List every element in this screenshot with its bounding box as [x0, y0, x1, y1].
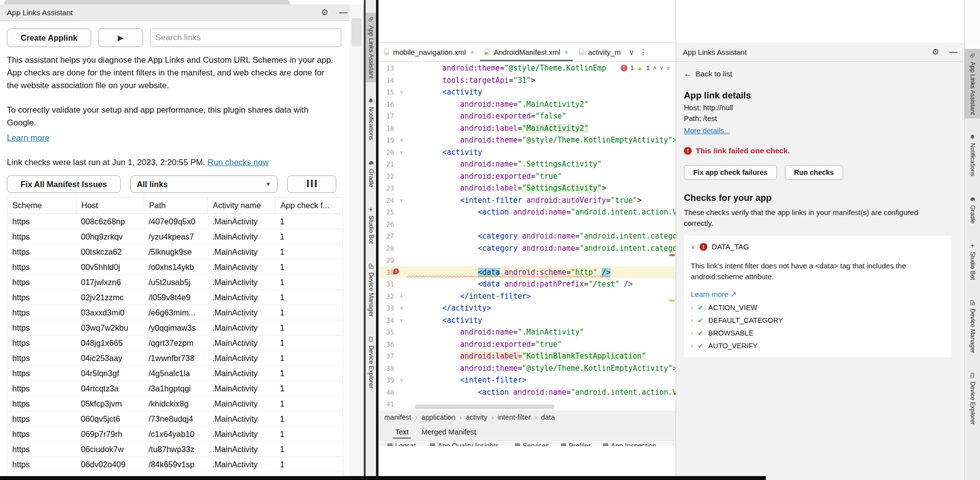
breadcrumb-item[interactable]: manifest	[384, 413, 411, 421]
table-row[interactable]: https069p7r79rh/c1x64yab10.MainActivity1	[7, 427, 343, 442]
tab-merged-manifest[interactable]: Merged Manifest	[422, 424, 477, 439]
learn-more-link[interactable]: Learn more ↗	[691, 290, 945, 299]
code-line[interactable]: 35 android:name=".MainActivity"	[378, 326, 676, 338]
table-row[interactable]: https05kfcp3jvm/khidckix8g.MainActivity1	[7, 396, 343, 411]
code-line[interactable]: 16 android:name=".MainActivity2"	[378, 98, 676, 111]
code-line[interactable]: 17 android:exported="false"	[378, 110, 676, 122]
run-checks-now-link[interactable]: Run checks now	[207, 158, 269, 167]
run-button[interactable]: ▶	[98, 28, 143, 47]
sidebar-item-studio-bot[interactable]: Studio Bot	[366, 203, 376, 248]
code-editor[interactable]: 13 android:theme="@style/Theme.KotlinEmp…	[378, 62, 676, 410]
learn-more-link[interactable]: Learn more	[7, 133, 50, 143]
left-panel-scrollbar[interactable]	[350, 4, 363, 476]
back-to-list-link[interactable]: ← Back to list	[684, 70, 955, 78]
code-line[interactable]: 29	[378, 254, 676, 266]
code-line[interactable]: 39∨ <intent-filter>	[378, 374, 676, 386]
sidebar-item-device-explorer[interactable]: Device Explorer	[965, 369, 980, 429]
breadcrumb-item[interactable]: data	[541, 413, 555, 421]
table-row[interactable]: https00v5hhld0j/o0xhs14ykb.MainActivity1	[7, 260, 343, 275]
links-table-header[interactable]: SchemeHostPathActivity nameApp check f..…	[7, 197, 343, 214]
fix-all-manifest-issues-button[interactable]: Fix All Manifest Issues	[7, 175, 121, 193]
error-balloon-icon[interactable]: !	[392, 268, 400, 276]
next-issue-icon[interactable]: ∨	[660, 65, 664, 71]
table-row[interactable]: https04ic253aay/1wwnfbr738.MainActivity1	[7, 351, 343, 366]
gear-icon[interactable]: ⚙	[321, 8, 328, 17]
close-icon[interactable]: ×	[470, 48, 474, 56]
code-line[interactable]: 24∨ <intent-filter android:autoVerify="t…	[378, 194, 676, 207]
docked-panel-titlebar[interactable]: App Links Assistant ⚙ —	[676, 43, 964, 62]
sidebar-item-app-links-assistant[interactable]: App Links Assistant	[366, 13, 376, 82]
table-row[interactable]: https02jv21zzmc/l059v8t4e9.MainActivity1	[7, 290, 343, 305]
code-line[interactable]: 27 <category android:name="android.inten…	[378, 230, 676, 242]
gear-icon[interactable]: ⚙	[932, 48, 939, 56]
warning-stripe-mark[interactable]	[669, 300, 675, 302]
code-line[interactable]: 32∧ </intent-filter>	[378, 290, 676, 303]
table-row[interactable]: https04rtcqtz3a/3a1hgptqgi.MainActivity1	[7, 381, 343, 396]
sidebar-item-device-explorer[interactable]: Device Explorer	[366, 333, 376, 392]
tool-window-button-profiler[interactable]: Profiler	[561, 442, 590, 446]
links-filter-dropdown[interactable]: All links ▼	[130, 175, 277, 193]
close-icon[interactable]: ×	[565, 48, 569, 56]
inspection-widget[interactable]: !1 ▲1 ∧ ∨ ≡	[619, 64, 672, 72]
breadcrumb-item[interactable]: intent-filter	[498, 413, 531, 421]
code-line[interactable]: 21 android:name=".SettingsActivity"	[378, 158, 676, 170]
horizontal-scrollbar[interactable]	[415, 405, 554, 409]
editor-area[interactable]: <>mobile_navigation.xml×MFAndroidManifes…	[378, 0, 676, 480]
floating-window-titlebar[interactable]: App Links Assistant ⚙ —	[0, 4, 363, 21]
more-details-link[interactable]: More details...	[684, 126, 730, 135]
table-row[interactable]: https03axxd3mi0/e6g63mim....MainActivity…	[7, 305, 343, 320]
sidebar-item-app-links-assistant[interactable]: App Links Assistant	[965, 49, 980, 119]
chevron-down-icon[interactable]: ∨	[691, 243, 695, 250]
table-row[interactable]: https04r5lqn3gf/4g5nalc1la.MainActivity1	[7, 366, 343, 381]
fix-app-check-failures-button[interactable]: Fix app check failures	[684, 165, 777, 180]
scrollbar-thumb[interactable]	[352, 18, 362, 47]
search-input[interactable]	[150, 28, 341, 47]
code-line[interactable]: 23 android:label="SettingsActivity">	[378, 182, 676, 194]
breadcrumb-item[interactable]: application	[422, 413, 455, 421]
tool-window-button-services[interactable]: Services	[515, 442, 549, 446]
code-line[interactable]: 25 <action android:name="android.intent.…	[378, 206, 676, 218]
passed-check-auto_verify[interactable]: ›✔AUTO_VERIFY	[691, 342, 945, 350]
code-line[interactable]: 19∧ android:theme="@style/Theme.KotlinEm…	[378, 134, 676, 146]
code-line[interactable]: 26	[378, 218, 676, 231]
code-line[interactable]: 36 android:exported="true"	[378, 338, 676, 351]
code-line[interactable]: 33∧ </activity>	[378, 302, 676, 314]
code-line[interactable]: 34∨ <activity	[378, 314, 676, 327]
run-checks-button[interactable]: Run checks	[785, 165, 843, 180]
chevron-down-icon[interactable]: ∨	[628, 48, 634, 57]
passed-check-action_view[interactable]: ›✔ACTION_VIEW	[691, 304, 945, 312]
code-line[interactable]: 30! <data android:scheme="http" />	[378, 266, 676, 279]
code-line[interactable]: 28 <category android:name="android.inten…	[378, 242, 676, 255]
tab-text[interactable]: Text	[395, 424, 409, 439]
code-line[interactable]: 37 android:label="KotlinBlankTestApplica…	[378, 350, 676, 362]
sidebar-item-notifications[interactable]: Notifications	[366, 94, 376, 144]
table-row[interactable]: https06dv02o409/84k659v1sp.MainActivity1	[7, 457, 343, 472]
sidebar-item-device-manager[interactable]: Device Manager	[965, 296, 980, 357]
code-line[interactable]: 22 android:exported="true"	[378, 170, 676, 183]
sidebar-item-device-manager[interactable]: Device Manager	[366, 260, 376, 321]
code-line[interactable]: 15∨ <activity	[378, 86, 676, 98]
editor-tab-activity_m[interactable]: <>activity_m	[574, 43, 626, 61]
table-row[interactable]: https060qv5jct6/73ne8udqj4.MainActivity1	[7, 411, 343, 427]
editor-tab-AndroidManifest-xml[interactable]: MFAndroidManifest.xml×	[479, 43, 573, 61]
table-row[interactable]: https00tskcza62/5lknugk9se.MainActivity1	[7, 244, 343, 260]
table-row[interactable]: https03wq7w2kbu/y0qqimaw3s.MainActivity1	[7, 320, 343, 336]
code-line[interactable]: 40 <action android:name="android.intent.…	[378, 386, 676, 399]
failed-check-row[interactable]: ∨ ! DATA_TAG	[691, 242, 945, 251]
table-row[interactable]: https008c6z68np/407e09q5x0.MainActivity1	[7, 214, 343, 229]
table-row[interactable]: https00hq9zrkqv/yzu4kpeas7.MainActivity1	[7, 229, 343, 244]
code-line[interactable]: 38 android:theme="@style/Theme.KotlinEmp…	[378, 362, 676, 375]
code-line[interactable]: 31 <data android:pathPrefix="/test" />	[378, 278, 676, 290]
editor-tab-mobile_navigation-xml[interactable]: <>mobile_navigation.xml×	[378, 43, 479, 61]
error-stripe-mark[interactable]	[669, 254, 675, 256]
tool-window-button-app-inspection[interactable]: App Inspection	[603, 442, 656, 446]
table-row[interactable]: https048jg1x665/qgrt37ezpm.MainActivity1	[7, 336, 343, 351]
create-applink-button[interactable]: Create Applink	[7, 28, 91, 47]
code-line[interactable]: 20∨ <activity	[378, 146, 676, 159]
kebab-menu-icon[interactable]: ⋮	[639, 48, 647, 57]
sidebar-item-notifications[interactable]: Notifications	[965, 130, 980, 180]
sidebar-item-gradle[interactable]: Gradle	[366, 156, 376, 192]
breadcrumb-item[interactable]: activity	[466, 413, 487, 421]
passed-check-default_category[interactable]: ›✔DEFAULT_CATEGORY	[691, 316, 945, 324]
minimize-icon[interactable]: —	[949, 48, 957, 56]
